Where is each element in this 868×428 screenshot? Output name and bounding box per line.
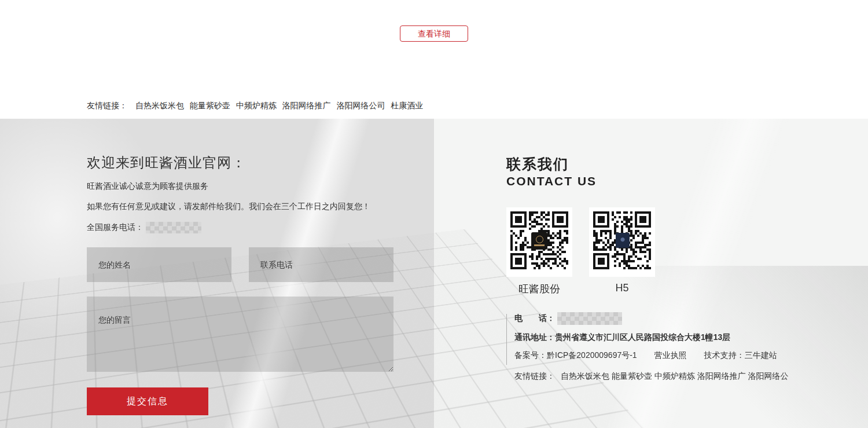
message-textarea[interactable] <box>87 297 393 372</box>
phone-input[interactable] <box>249 247 393 282</box>
friend-link[interactable]: 洛阳网络公司 <box>336 101 385 110</box>
qr-wechat-company: 旺酱股份 <box>506 207 572 296</box>
service-phone-label: 全国服务电话： <box>87 222 144 233</box>
welcome-form-area: 欢迎来到旺酱酒业官网： 旺酱酒业诚心诚意为顾客提供服务 如果您有任何意见或建议，… <box>87 153 393 415</box>
contact-form: 提交信息 <box>87 247 393 415</box>
friend-links-label: 友情链接： <box>514 371 555 381</box>
icp-row: 备案号：黔ICP备2020009697号-1营业执照技术支持：三牛建站 <box>514 350 796 361</box>
qr-image-h5 <box>589 207 655 277</box>
qr-image-company <box>506 207 572 277</box>
submit-button[interactable]: 提交信息 <box>87 387 208 415</box>
friend-links-label: 友情链接： <box>87 101 127 110</box>
contact-left-rule <box>506 314 507 365</box>
welcome-title: 欢迎来到旺酱酒业官网： <box>87 153 393 172</box>
icp-link[interactable]: 黔ICP备2020009697号-1 <box>547 350 637 360</box>
contact-us-area: 联系我们 CONTACT US 旺酱股份 H5 <box>506 155 796 389</box>
qr-label-company: 旺酱股份 <box>506 282 572 296</box>
qr-center-logo-h5 <box>616 233 630 248</box>
contact-friend-links-row: 友情链接：自热米饭米包 能量紫砂壶 中频炉精炼 洛阳网络推广 洛阳网络公司 杜康… <box>514 371 788 382</box>
friend-link[interactable]: 能量紫砂壶 <box>190 101 230 110</box>
friend-links-row: 友情链接： 自热米饭米包 能量紫砂壶 中频炉精炼 洛阳网络推广 洛阳网络公司 杜… <box>87 101 426 111</box>
form-row <box>87 247 393 282</box>
footer-contact-section: 欢迎来到旺酱酒业官网： 旺酱酒业诚心诚意为顾客提供服务 如果您有任何意见或建议，… <box>0 119 868 428</box>
tech-support-label: 技术支持： <box>704 350 745 360</box>
service-phone-redacted <box>146 222 201 233</box>
qr-label-h5: H5 <box>589 282 655 294</box>
service-phone-line: 全国服务电话： <box>87 222 393 233</box>
qr-center-logo-wang <box>531 232 547 250</box>
contact-title-en: CONTACT US <box>506 174 796 188</box>
friend-link[interactable]: 自热米饭米包 <box>135 101 184 110</box>
contact-phone-label: 电 话： <box>514 313 555 323</box>
friend-links-text[interactable]: 自热米饭米包 能量紫砂壶 中频炉精炼 洛阳网络推广 洛阳网络公司 杜康酒业 <box>561 371 788 381</box>
view-details-button[interactable]: 查看详细 <box>400 25 468 42</box>
business-license-link[interactable]: 营业执照 <box>654 350 687 360</box>
friend-link[interactable]: 洛阳网络推广 <box>282 101 331 110</box>
welcome-line-2: 如果您有任何意见或建议，请发邮件给我们。我们会在三个工作日之内回复您！ <box>87 202 393 212</box>
contact-info-block: 电 话： 通讯地址：贵州省遵义市汇川区人民路国投综合大楼1幢13层 备案号：黔I… <box>506 312 796 382</box>
tech-support-link[interactable]: 三牛建站 <box>745 350 777 360</box>
qr-h5: H5 <box>589 207 655 296</box>
contact-address-value: 贵州省遵义市汇川区人民路国投综合大楼1幢13层 <box>555 332 730 342</box>
contact-phone-redacted <box>557 312 622 325</box>
contact-address-label: 通讯地址： <box>514 332 555 342</box>
name-input[interactable] <box>87 247 231 282</box>
friend-link[interactable]: 杜康酒业 <box>391 101 423 110</box>
contact-phone-row: 电 话： <box>514 312 796 325</box>
friend-link[interactable]: 中频炉精炼 <box>236 101 277 110</box>
qr-code-row: 旺酱股份 H5 <box>506 207 796 296</box>
welcome-line-1: 旺酱酒业诚心诚意为顾客提供服务 <box>87 181 393 192</box>
top-section: 查看详细 友情链接： 自热米饭米包 能量紫砂壶 中频炉精炼 洛阳网络推广 洛阳网… <box>0 0 868 119</box>
icp-label: 备案号： <box>514 350 547 360</box>
contact-address-row: 通讯地址：贵州省遵义市汇川区人民路国投综合大楼1幢13层 <box>514 332 796 343</box>
contact-title-cn: 联系我们 <box>506 155 796 174</box>
